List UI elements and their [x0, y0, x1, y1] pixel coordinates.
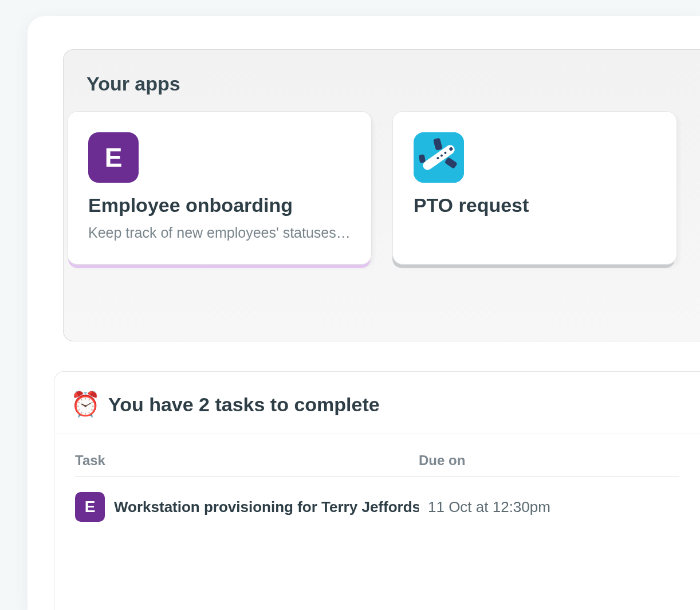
tasks-panel: ⏰ You have 2 tasks to complete Task Due …: [54, 371, 700, 610]
column-header-due: Due on: [419, 452, 679, 469]
app-card-pto-request[interactable]: PTO request: [392, 111, 677, 265]
tasks-table: Task Due on E Workstation provisioning f…: [54, 434, 700, 522]
your-apps-panel: Your apps E Employee onboarding Keep tra…: [63, 49, 700, 341]
airplane-svg: [414, 132, 464, 183]
page-card: Your apps E Employee onboarding Keep tra…: [27, 16, 700, 610]
letter-e-icon: E: [88, 132, 139, 183]
app-card-title: Employee onboarding: [88, 194, 351, 217]
app-card-title: PTO request: [414, 194, 656, 217]
airplane-icon: [414, 132, 464, 183]
app-icon-letter: E: [105, 142, 123, 173]
table-row[interactable]: E Workstation provisioning for Terry Jef…: [75, 477, 679, 522]
app-card-employee-onboarding[interactable]: E Employee onboarding Keep track of new …: [67, 111, 372, 265]
table-header: Task Due on: [75, 452, 679, 477]
task-title: Workstation provisioning for Terry Jeffo…: [114, 498, 419, 516]
row-icon-letter: E: [85, 498, 96, 516]
alarm-clock-icon: ⏰: [70, 392, 100, 416]
column-header-task: Task: [75, 452, 419, 469]
task-due: 11 Oct at 12:30pm: [428, 498, 679, 516]
tasks-title: You have 2 tasks to complete: [108, 393, 380, 416]
your-apps-title: Your apps: [64, 50, 700, 111]
letter-e-icon: E: [75, 492, 105, 522]
apps-row: E Employee onboarding Keep track of new …: [64, 111, 700, 288]
tasks-header: ⏰ You have 2 tasks to complete: [54, 372, 700, 434]
app-card-description: Keep track of new employees' statuses…: [88, 225, 351, 241]
